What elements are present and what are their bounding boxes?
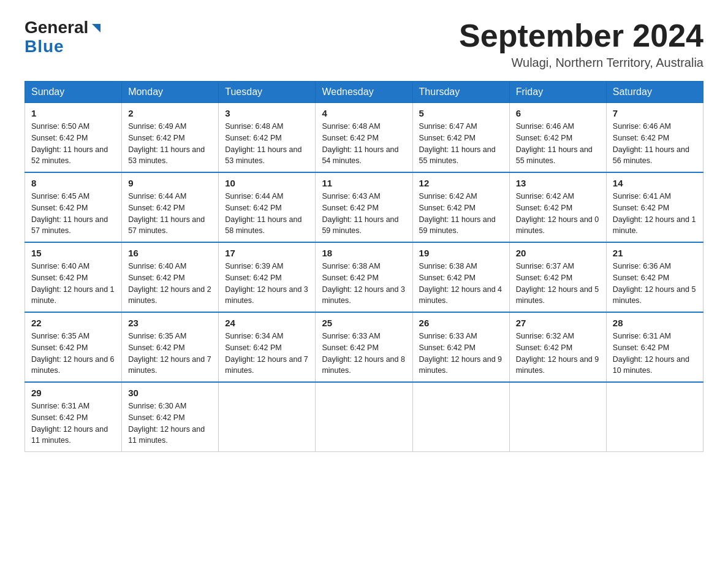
location: Wulagi, Northern Territory, Australia <box>459 56 703 70</box>
day-info: Sunrise: 6:42 AMSunset: 6:42 PMDaylight:… <box>516 191 600 237</box>
svg-marker-0 <box>92 24 100 33</box>
day-number: 30 <box>128 388 212 398</box>
day-number: 2 <box>128 108 212 118</box>
calendar-cell <box>219 382 316 452</box>
day-info: Sunrise: 6:33 AMSunset: 6:42 PMDaylight:… <box>322 331 406 377</box>
calendar-cell: 7 Sunrise: 6:46 AMSunset: 6:42 PMDayligh… <box>606 103 703 173</box>
day-info: Sunrise: 6:42 AMSunset: 6:42 PMDaylight:… <box>419 191 503 237</box>
calendar-cell: 24 Sunrise: 6:34 AMSunset: 6:42 PMDaylig… <box>219 312 316 382</box>
month-title: September 2024 <box>459 18 703 53</box>
calendar-cell: 27 Sunrise: 6:32 AMSunset: 6:42 PMDaylig… <box>509 312 606 382</box>
calendar-cell: 26 Sunrise: 6:33 AMSunset: 6:42 PMDaylig… <box>412 312 509 382</box>
calendar-week-2: 8 Sunrise: 6:45 AMSunset: 6:42 PMDayligh… <box>25 172 703 242</box>
col-monday: Monday <box>122 82 219 103</box>
day-number: 3 <box>225 108 309 118</box>
col-saturday: Saturday <box>606 82 703 103</box>
day-number: 14 <box>613 178 697 188</box>
calendar-cell <box>509 382 606 452</box>
day-number: 20 <box>516 248 600 258</box>
day-info: Sunrise: 6:49 AMSunset: 6:42 PMDaylight:… <box>128 121 212 167</box>
calendar-cell: 6 Sunrise: 6:46 AMSunset: 6:42 PMDayligh… <box>509 103 606 173</box>
col-thursday: Thursday <box>412 82 509 103</box>
day-number: 9 <box>128 178 212 188</box>
calendar-cell: 10 Sunrise: 6:44 AMSunset: 6:42 PMDaylig… <box>219 172 316 242</box>
calendar-cell: 28 Sunrise: 6:31 AMSunset: 6:42 PMDaylig… <box>606 312 703 382</box>
day-number: 6 <box>516 108 600 118</box>
calendar-cell: 16 Sunrise: 6:40 AMSunset: 6:42 PMDaylig… <box>122 242 219 312</box>
calendar-cell: 23 Sunrise: 6:35 AMSunset: 6:42 PMDaylig… <box>122 312 219 382</box>
day-info: Sunrise: 6:41 AMSunset: 6:42 PMDaylight:… <box>613 191 697 237</box>
col-sunday: Sunday <box>25 82 122 103</box>
day-number: 5 <box>419 108 503 118</box>
day-number: 1 <box>31 108 115 118</box>
day-info: Sunrise: 6:37 AMSunset: 6:42 PMDaylight:… <box>516 261 600 307</box>
calendar-week-1: 1 Sunrise: 6:50 AMSunset: 6:42 PMDayligh… <box>25 103 703 173</box>
day-number: 27 <box>516 318 600 328</box>
calendar-cell: 14 Sunrise: 6:41 AMSunset: 6:42 PMDaylig… <box>606 172 703 242</box>
day-info: Sunrise: 6:31 AMSunset: 6:42 PMDaylight:… <box>613 331 697 377</box>
calendar-cell: 1 Sunrise: 6:50 AMSunset: 6:42 PMDayligh… <box>25 103 122 173</box>
logo-blue: Blue <box>25 37 64 56</box>
day-number: 25 <box>322 318 406 328</box>
day-number: 24 <box>225 318 309 328</box>
day-number: 7 <box>613 108 697 118</box>
calendar-cell: 9 Sunrise: 6:44 AMSunset: 6:42 PMDayligh… <box>122 172 219 242</box>
calendar-cell: 4 Sunrise: 6:48 AMSunset: 6:42 PMDayligh… <box>316 103 412 173</box>
day-info: Sunrise: 6:34 AMSunset: 6:42 PMDaylight:… <box>225 331 309 377</box>
calendar-cell: 25 Sunrise: 6:33 AMSunset: 6:42 PMDaylig… <box>316 312 412 382</box>
day-number: 28 <box>613 318 697 328</box>
day-number: 23 <box>128 318 212 328</box>
day-info: Sunrise: 6:48 AMSunset: 6:42 PMDaylight:… <box>322 121 406 167</box>
day-info: Sunrise: 6:47 AMSunset: 6:42 PMDaylight:… <box>419 121 503 167</box>
day-number: 29 <box>31 388 115 398</box>
calendar-cell: 13 Sunrise: 6:42 AMSunset: 6:42 PMDaylig… <box>509 172 606 242</box>
day-info: Sunrise: 6:35 AMSunset: 6:42 PMDaylight:… <box>128 331 212 377</box>
day-number: 12 <box>419 178 503 188</box>
day-info: Sunrise: 6:33 AMSunset: 6:42 PMDaylight:… <box>419 331 503 377</box>
calendar-cell: 29 Sunrise: 6:31 AMSunset: 6:42 PMDaylig… <box>25 382 122 452</box>
day-info: Sunrise: 6:48 AMSunset: 6:42 PMDaylight:… <box>225 121 309 167</box>
day-info: Sunrise: 6:43 AMSunset: 6:42 PMDaylight:… <box>322 191 406 237</box>
calendar-table: Sunday Monday Tuesday Wednesday Thursday… <box>25 81 703 452</box>
day-info: Sunrise: 6:32 AMSunset: 6:42 PMDaylight:… <box>516 331 600 377</box>
title-section: September 2024 Wulagi, Northern Territor… <box>459 18 703 70</box>
day-number: 10 <box>225 178 309 188</box>
calendar-cell: 18 Sunrise: 6:38 AMSunset: 6:42 PMDaylig… <box>316 242 412 312</box>
day-info: Sunrise: 6:46 AMSunset: 6:42 PMDaylight:… <box>613 121 697 167</box>
day-number: 22 <box>31 318 115 328</box>
day-info: Sunrise: 6:50 AMSunset: 6:42 PMDaylight:… <box>31 121 115 167</box>
day-number: 15 <box>31 248 115 258</box>
calendar-cell: 11 Sunrise: 6:43 AMSunset: 6:42 PMDaylig… <box>316 172 412 242</box>
day-number: 13 <box>516 178 600 188</box>
col-wednesday: Wednesday <box>316 82 412 103</box>
day-number: 17 <box>225 248 309 258</box>
day-info: Sunrise: 6:44 AMSunset: 6:42 PMDaylight:… <box>225 191 309 237</box>
calendar-cell: 17 Sunrise: 6:39 AMSunset: 6:42 PMDaylig… <box>219 242 316 312</box>
day-info: Sunrise: 6:36 AMSunset: 6:42 PMDaylight:… <box>613 261 697 307</box>
calendar-cell: 5 Sunrise: 6:47 AMSunset: 6:42 PMDayligh… <box>412 103 509 173</box>
calendar-cell: 8 Sunrise: 6:45 AMSunset: 6:42 PMDayligh… <box>25 172 122 242</box>
calendar-cell: 12 Sunrise: 6:42 AMSunset: 6:42 PMDaylig… <box>412 172 509 242</box>
day-number: 16 <box>128 248 212 258</box>
day-number: 19 <box>419 248 503 258</box>
calendar-week-3: 15 Sunrise: 6:40 AMSunset: 6:42 PMDaylig… <box>25 242 703 312</box>
day-info: Sunrise: 6:40 AMSunset: 6:42 PMDaylight:… <box>31 261 115 307</box>
logo: General Blue <box>25 18 103 56</box>
day-info: Sunrise: 6:44 AMSunset: 6:42 PMDaylight:… <box>128 191 212 237</box>
day-info: Sunrise: 6:30 AMSunset: 6:42 PMDaylight:… <box>128 400 212 446</box>
calendar-cell: 20 Sunrise: 6:37 AMSunset: 6:42 PMDaylig… <box>509 242 606 312</box>
calendar-cell <box>606 382 703 452</box>
calendar-week-5: 29 Sunrise: 6:31 AMSunset: 6:42 PMDaylig… <box>25 382 703 452</box>
calendar-cell: 21 Sunrise: 6:36 AMSunset: 6:42 PMDaylig… <box>606 242 703 312</box>
day-info: Sunrise: 6:31 AMSunset: 6:42 PMDaylight:… <box>31 400 115 446</box>
day-info: Sunrise: 6:38 AMSunset: 6:42 PMDaylight:… <box>419 261 503 307</box>
logo-triangle-icon <box>89 21 103 35</box>
calendar-cell: 15 Sunrise: 6:40 AMSunset: 6:42 PMDaylig… <box>25 242 122 312</box>
col-tuesday: Tuesday <box>219 82 316 103</box>
day-info: Sunrise: 6:38 AMSunset: 6:42 PMDaylight:… <box>322 261 406 307</box>
calendar-cell: 2 Sunrise: 6:49 AMSunset: 6:42 PMDayligh… <box>122 103 219 173</box>
day-number: 26 <box>419 318 503 328</box>
calendar-cell <box>412 382 509 452</box>
logo-general: General <box>25 18 88 37</box>
calendar-cell: 19 Sunrise: 6:38 AMSunset: 6:42 PMDaylig… <box>412 242 509 312</box>
